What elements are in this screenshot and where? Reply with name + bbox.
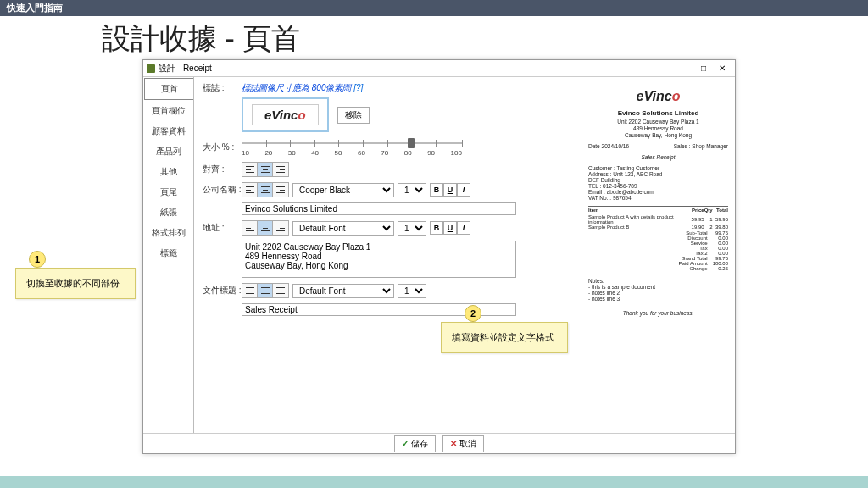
doctitle-label: 文件標題 : xyxy=(203,285,242,297)
address-font-select[interactable]: Default Font xyxy=(292,221,394,236)
align-center-icon[interactable] xyxy=(258,183,273,197)
doctitle-size-select[interactable]: 12 xyxy=(398,284,426,298)
callout-1: 切換至收據的不同部份 xyxy=(15,268,136,299)
maximize-button[interactable]: □ xyxy=(694,62,713,75)
logo-hint: 標誌圖像尺寸應為 800像素闊 [?] xyxy=(242,82,572,94)
underline-button[interactable]: U xyxy=(443,183,457,197)
tab-products[interactable]: 產品列 xyxy=(143,141,193,162)
company-align xyxy=(242,182,289,197)
align-label: 對齊 : xyxy=(203,164,242,175)
bold-button[interactable]: B xyxy=(430,221,443,235)
preview-notes: Notes: - this is a sample document- note… xyxy=(588,278,728,302)
tab-format[interactable]: 格式排列 xyxy=(143,223,193,243)
company-size-select[interactable]: 14 xyxy=(398,183,426,197)
tab-footer[interactable]: 頁尾 xyxy=(143,182,193,202)
align-left-button[interactable] xyxy=(242,163,258,176)
callout-2: 填寫資料並設定文字格式 xyxy=(441,322,568,353)
address-label: 地址 : xyxy=(203,222,242,234)
align-left-icon[interactable] xyxy=(242,284,258,297)
callout-badge-2: 2 xyxy=(465,305,481,322)
tab-paper[interactable]: 紙張 xyxy=(143,202,193,223)
close-button[interactable]: ✕ xyxy=(713,62,732,75)
tab-other[interactable]: 其他 xyxy=(143,162,193,182)
tab-header[interactable]: 頁首 xyxy=(144,78,193,100)
align-left-icon[interactable] xyxy=(242,183,258,197)
window-title: 設計 - Receipt xyxy=(159,63,212,75)
receipt-preview: eVinco Evinco Solutions Limited Unit 220… xyxy=(581,77,735,433)
preview-sales: Sales : Shop Manager xyxy=(674,143,728,149)
help-icon[interactable]: [?] xyxy=(353,83,363,92)
x-icon: ✕ xyxy=(450,439,457,448)
align-center-icon[interactable] xyxy=(258,284,273,297)
align-right-icon[interactable] xyxy=(273,183,288,197)
header-form: 標誌 : 標誌圖像尺寸應為 800像素闊 [?] eVinco 移除 大小 % … xyxy=(194,77,581,433)
minimize-button[interactable]: — xyxy=(676,62,694,75)
slider-ticks: 102030405060708090100 xyxy=(242,149,462,157)
doctitle-font-select[interactable]: Default Font xyxy=(292,284,394,298)
doc-header: 快速入門指南 xyxy=(0,0,868,16)
designer-window: 設計 - Receipt — □ ✕ 頁首 頁首欄位 顧客資料 產品列 其他 頁… xyxy=(142,59,736,454)
preview-logo: eVinco xyxy=(588,89,728,104)
bold-button[interactable]: B xyxy=(430,183,443,197)
align-left-icon[interactable] xyxy=(242,221,258,235)
remove-logo-button[interactable]: 移除 xyxy=(337,107,370,124)
preview-doc-title: Sales Receipt xyxy=(588,154,728,160)
tab-customer[interactable]: 顧客資料 xyxy=(143,121,193,141)
company-name-input[interactable] xyxy=(242,202,516,215)
align-right-button[interactable] xyxy=(273,163,288,176)
preview-thank: Thank you for your business. xyxy=(588,310,728,316)
page-footer-band xyxy=(0,476,868,488)
preview-addr: Unit 2202 Causeway Bay Plaza 1 xyxy=(588,119,728,125)
preview-company: Evinco Solutions Limited xyxy=(588,109,728,117)
address-input[interactable]: Unit 2202 Causeway Bay Plaza 1 489 Henne… xyxy=(242,241,516,278)
titlebar: 設計 - Receipt — □ ✕ xyxy=(143,60,735,77)
logo-label: 標誌 : xyxy=(203,82,242,94)
logo-align-group xyxy=(242,162,289,177)
align-right-icon[interactable] xyxy=(273,221,288,235)
slider-thumb[interactable] xyxy=(408,138,415,148)
preview-date: Date 2024/10/16 xyxy=(588,143,629,149)
section-tabs: 頁首 頁首欄位 顧客資料 產品列 其他 頁尾 紙張 格式排列 標籤 xyxy=(143,77,194,433)
callout-badge-1: 1 xyxy=(29,251,46,268)
logo-size-slider[interactable] xyxy=(242,137,462,149)
cancel-button[interactable]: ✕取消 xyxy=(442,435,484,452)
tab-labels[interactable]: 標籤 xyxy=(143,243,193,263)
tab-header-fields[interactable]: 頁首欄位 xyxy=(143,101,193,121)
italic-button[interactable]: I xyxy=(457,221,470,235)
align-center-icon[interactable] xyxy=(258,221,273,235)
size-label: 大小 % : xyxy=(203,141,242,153)
logo-preview[interactable]: eVinco xyxy=(242,97,329,132)
align-right-icon[interactable] xyxy=(273,284,288,297)
preview-customer: Customer : Testing CustomerAddress : Uni… xyxy=(588,165,728,201)
app-icon xyxy=(147,64,155,73)
underline-button[interactable]: U xyxy=(443,221,457,235)
check-icon: ✓ xyxy=(402,439,409,448)
company-font-select[interactable]: Cooper Black xyxy=(292,183,394,197)
dialog-footer: ✓儲存 ✕取消 xyxy=(143,433,735,453)
save-button[interactable]: ✓儲存 xyxy=(394,435,436,452)
align-center-button[interactable] xyxy=(258,163,273,176)
company-label: 公司名稱 : xyxy=(203,184,242,196)
preview-items-table: ItemPriceQtyTotal Sample Product A with … xyxy=(588,206,728,271)
page-title: 設計收據 - 頁首 xyxy=(0,16,868,62)
address-size-select[interactable]: 10 xyxy=(398,221,426,236)
italic-button[interactable]: I xyxy=(457,183,470,197)
